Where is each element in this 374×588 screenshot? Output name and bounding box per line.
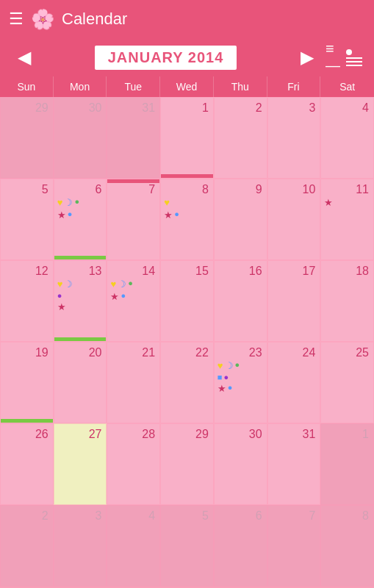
cal-cell-feb4[interactable]: 4 [107,505,160,587]
star-icon: ★ [217,383,226,394]
cal-cell-jan3[interactable]: 3 [267,97,321,179]
heart-icon: ♥ [57,197,63,208]
cal-cell-jan27[interactable]: 27 [54,423,107,505]
star-icon: ★ [110,291,119,302]
cal-cell-feb1[interactable]: 1 [320,423,374,505]
circle-purple-icon: ● [57,291,62,300]
cal-cell-feb3[interactable]: 3 [54,505,107,587]
heart-icon: ♥ [164,197,170,208]
day-header-mon: Mon [54,76,107,97]
cal-cell-jan25[interactable]: 25 [320,342,374,423]
moon-icon: ☽ [64,279,73,290]
cal-cell-jan22[interactable]: 22 [160,342,214,423]
cal-cell-jan16[interactable]: 16 [214,260,267,342]
flower-icon: 🌸 [31,8,54,31]
circle-blue-icon: ● [174,209,179,220]
circle-purple-icon: ● [224,373,229,381]
cal-cell-jan28[interactable]: 28 [107,423,160,505]
cal-cell-feb5[interactable]: 5 [160,505,214,587]
prev-month-button[interactable]: ◀ [12,44,37,71]
top-bar: ☰ 🌸 Calendar [0,0,374,38]
heart-icon: ♥ [217,360,223,371]
cal-cell-jan2[interactable]: 2 [214,97,267,179]
cal-cell-jan19[interactable]: 19 [0,342,54,423]
cal-cell-jan5[interactable]: 5 [0,179,54,260]
circle-green-icon: ● [235,360,240,371]
cal-cell-jan10[interactable]: 10 [267,179,321,260]
circle-green-icon: ● [128,279,133,290]
star-icon: ★ [324,197,333,208]
calendar-grid: 29 30 31 1 2 3 4 5 6 ♥ ☽ ● ★ ● 7 [0,97,374,587]
cal-cell-jan9[interactable]: 9 [214,179,267,260]
cal-cell-jan7[interactable]: 7 [107,179,160,260]
moon-icon: ☽ [64,197,73,208]
day-header-tue: Tue [107,76,160,97]
cal-cell-jan6[interactable]: 6 ♥ ☽ ● ★ ● [54,179,107,260]
cal-cell-dec30[interactable]: 30 [54,97,107,179]
day-header-sat: Sat [320,76,374,97]
star-icon: ★ [164,209,173,220]
cal-cell-jan30[interactable]: 30 [214,423,267,505]
cal-cell-jan31[interactable]: 31 [267,423,321,505]
moon-icon: ☽ [118,279,126,290]
cal-cell-jan12[interactable]: 12 [0,260,54,342]
cal-cell-jan8[interactable]: 8 ♥ ★ ● [160,179,214,260]
day-headers: Sun Mon Tue Wed Thu Fri Sat [0,76,374,97]
cal-cell-jan18[interactable]: 18 [320,260,374,342]
cal-cell-jan15[interactable]: 15 [160,260,214,342]
next-month-button[interactable]: ▶ [295,44,320,71]
day-header-wed: Wed [160,76,214,97]
cal-cell-jan13[interactable]: 13 ♥ ☽ ● ★ [54,260,107,342]
day-header-thu: Thu [214,76,267,97]
circle-blue-icon: ● [228,383,233,394]
cal-cell-feb2[interactable]: 2 [0,505,54,587]
cal-cell-jan1[interactable]: 1 [160,97,214,179]
cal-cell-jan20[interactable]: 20 [54,342,107,423]
square-blue-icon: ■ [217,373,223,381]
cal-cell-feb8[interactable]: 8 [320,505,374,587]
day-header-fri: Fri [267,76,321,97]
app-title: Calendar [62,10,365,29]
cal-cell-feb7[interactable]: 7 [267,505,321,587]
cal-cell-jan24[interactable]: 24 [267,342,321,423]
view-toggle-icon[interactable] [346,49,362,66]
circle-blue-icon: ● [121,291,126,302]
list-view-icon[interactable]: ≡— [326,40,340,74]
star-icon: ★ [57,209,66,220]
cal-cell-jan29[interactable]: 29 [160,423,214,505]
cal-cell-jan21[interactable]: 21 [107,342,160,423]
cal-cell-jan23[interactable]: 23 ♥ ☽ ● ■ ● ★ ● [214,342,267,423]
cal-cell-jan14[interactable]: 14 ♥ ☽ ● ★ ● [107,260,160,342]
star-icon: ★ [57,301,66,312]
month-year-title: JANUARY 2014 [95,46,237,70]
cal-cell-jan4[interactable]: 4 [320,97,374,179]
cal-cell-dec31[interactable]: 31 [107,97,160,179]
circle-blue-icon: ● [68,209,73,220]
cal-cell-jan26[interactable]: 26 [0,423,54,505]
moon-icon: ☽ [225,360,234,371]
cal-cell-jan17[interactable]: 17 [267,260,321,342]
cal-cell-feb6[interactable]: 6 [214,505,267,587]
cal-cell-dec29[interactable]: 29 [0,97,54,179]
day-header-sun: Sun [0,76,54,97]
month-navigation: ◀ JANUARY 2014 ▶ ≡— [0,38,374,76]
heart-icon: ♥ [110,279,116,290]
circle-green-icon: ● [74,197,79,208]
hamburger-icon[interactable]: ☰ [9,10,24,29]
cal-cell-jan11[interactable]: 11 ★ [320,179,374,260]
heart-icon: ♥ [57,279,63,290]
